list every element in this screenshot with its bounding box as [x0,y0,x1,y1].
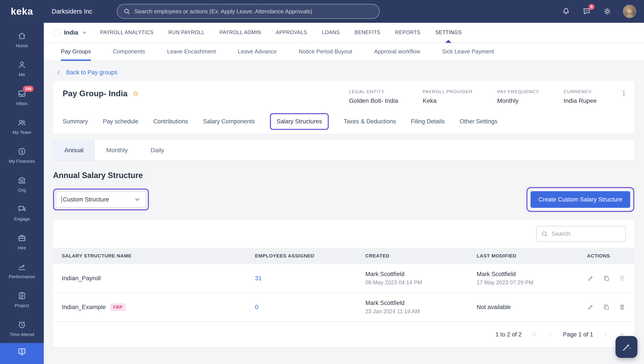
chat-icon[interactable]: 9 [582,6,591,16]
nav-benefits[interactable]: BENEFITS [354,23,381,43]
notifications-bell-icon[interactable] [561,6,571,16]
tab-salary-components[interactable]: Salary Components [203,118,255,125]
search-icon [123,8,130,15]
tab-other-settings[interactable]: Other Settings [460,118,498,125]
table-search-input[interactable] [552,230,621,237]
sidebar-item-hire[interactable]: Hire [0,228,44,256]
global-search-input[interactable] [134,8,373,15]
tab-salary-structures[interactable]: Salary Structures [277,118,322,125]
keka-logo[interactable]: keka [0,6,44,17]
finances-icon: $ [17,147,27,156]
sidebar-item-project[interactable]: Project [0,285,44,314]
sidebar-item-payroll[interactable]: $ [0,343,44,364]
meta-label: LEGAL ENTITY [349,89,398,94]
favorite-star-icon[interactable] [132,90,139,97]
chevron-left-icon[interactable] [56,70,62,76]
tab-daily[interactable]: Daily [139,140,175,160]
ai-assistant-button[interactable] [615,336,637,358]
edit-icon[interactable] [587,304,594,310]
subnav-leave-advance[interactable]: Leave Advance [238,43,277,61]
sidebar-item-my-finances[interactable]: $ My Finances [0,141,44,170]
edit-icon[interactable] [587,275,594,282]
sidebar-item-time-attend[interactable]: Time Attend [0,314,44,343]
pagination-next-icon[interactable] [603,332,609,338]
table-row: Indian_Payroll 31 Mark Scottfield 09 May… [53,264,634,293]
sidebar-item-my-team[interactable]: My Team [0,112,44,141]
nav-payroll-analytics[interactable]: PAYROLL ANALYTICS [99,23,154,43]
nav-approvals[interactable]: APPROVALS [275,23,308,43]
sidebar-item-inbox[interactable]: Inbox 186 [0,83,44,112]
tab-monthly[interactable]: Monthly [95,140,139,160]
tab-filing-details[interactable]: Filing Details [411,118,445,125]
sidebar: Home Me Inbox 186 My Team $ My Finances … [0,23,44,364]
subnav-leave-encashment[interactable]: Leave Encashment [167,43,216,61]
chat-badge: 9 [589,4,594,10]
meta-value: India Rupee [564,97,597,104]
tab-annual[interactable]: Annual [53,140,95,160]
team-icon [17,118,27,127]
pay-group-title: Pay Group- India [63,89,127,98]
subnav-pay-groups[interactable]: Pay Groups [61,43,91,61]
structure-type-select[interactable]: Custom Structure [56,192,146,208]
delete-icon [618,275,625,282]
app-root: keka Darksiders Inc 9 [0,0,644,364]
top-bar: keka Darksiders Inc 9 [0,0,644,23]
fbp-badge: FBP [110,304,126,311]
create-custom-salary-structure-button[interactable]: Create Custom Salary Structure [531,191,630,208]
sidebar-item-engage[interactable]: Engage [0,198,44,228]
sidebar-item-home[interactable]: Home [0,26,44,54]
nav-payroll-admin[interactable]: PAYROLL ADMIN [219,23,262,43]
nav-settings[interactable]: SETTINGS [434,23,462,43]
modified-by: Mark Scottfield [477,271,587,278]
created-at: 09 May 2023 04:14 PM [365,279,477,286]
sidebar-item-org[interactable]: Org [0,170,44,198]
sidebar-item-performance[interactable]: Performance [0,256,44,285]
settings-gear-icon[interactable] [602,6,612,16]
nav-loans[interactable]: LOANS [321,23,341,43]
tab-taxes-deductions[interactable]: Taxes & Deductions [344,118,396,125]
pay-group-card: Pay Group- India LEGAL ENTITY Golden Bol… [53,81,634,134]
table-search[interactable] [536,226,625,242]
structure-name: Indian_Example [62,304,106,310]
annotation-highlight-create-button: Create Custom Salary Structure [526,187,634,212]
subnav-sick-leave-payment[interactable]: Sick Leave Payment [442,43,494,61]
pagination-range: 1 to 2 of 2 [496,331,522,338]
copy-icon[interactable] [603,304,610,310]
tab-contributions[interactable]: Contributions [153,118,188,125]
modified-at: 17 May 2023 07:29 PM [477,279,587,286]
search-icon [541,230,548,237]
global-search[interactable] [117,4,380,19]
main-area: India PAYROLL ANALYTICS RUN PAYROLL PAYR… [44,23,644,364]
subnav-components[interactable]: Components [113,43,145,61]
user-avatar[interactable] [623,5,636,18]
home-icon [17,31,27,40]
col-actions: ACTIONS [587,253,634,259]
created-by: Mark Scottfield [365,271,477,278]
nav-reports[interactable]: REPORTS [394,23,421,43]
annotation-highlight-structure-select: Custom Structure [53,188,149,210]
controls-row: Custom Structure Create Custom Salary St… [53,187,634,212]
tab-pay-schedule[interactable]: Pay schedule [103,118,138,125]
delete-icon[interactable] [618,304,625,310]
copy-icon[interactable] [603,275,610,282]
engage-icon [17,204,27,214]
chevron-down-icon [134,196,140,202]
meta-value: Keka [422,97,473,104]
pagination-first-icon[interactable] [531,332,538,338]
col-created: CREATED [365,253,477,259]
meta-label: PAYROLL PROVIDER [422,89,473,94]
kebab-menu-icon[interactable] [620,90,627,97]
sidebar-item-me[interactable]: Me [0,54,44,83]
country-selector[interactable]: India [53,29,87,36]
subnav-notice-period-buyout[interactable]: Notice Period Buyout [299,43,352,61]
subnav-approval-workflow[interactable]: Approval workflow [374,43,420,61]
pagination-prev-icon[interactable] [547,332,553,338]
org-icon [17,176,27,185]
col-last-modified: LAST MODIFIED [477,253,587,259]
created-at: 23 Jan 2024 11:19 AM [365,308,477,314]
employees-assigned-link[interactable]: 31 [255,275,365,282]
back-to-pay-groups-link[interactable]: Back to Pay groups [66,69,117,76]
tab-summary[interactable]: Summary [63,118,88,125]
nav-run-payroll[interactable]: RUN PAYROLL [168,23,206,43]
employees-assigned-link[interactable]: 0 [255,304,365,310]
